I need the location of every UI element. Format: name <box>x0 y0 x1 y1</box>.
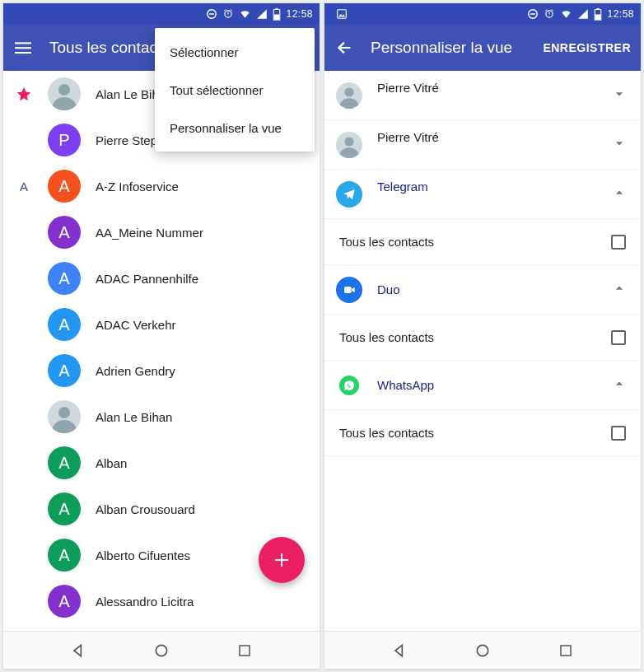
overflow-menu: Sélectionner Tout sélectionner Personnal… <box>155 28 315 152</box>
avatar-photo <box>48 77 81 110</box>
svg-rect-6 <box>15 47 31 49</box>
svg-rect-15 <box>240 646 250 656</box>
contact-name: Alban Crousouard <box>96 502 195 516</box>
menu-select-all[interactable]: Tout sélectionner <box>155 71 315 109</box>
battery-icon <box>273 8 281 21</box>
contact-row[interactable]: A Alex Barcino <box>3 624 320 631</box>
contact-name: Alban <box>96 456 127 470</box>
svg-point-22 <box>344 87 353 96</box>
phone-right: 12:58 Personnaliser la vue ENREGISTRER P… <box>324 3 641 669</box>
group-item[interactable]: Tous les contacts <box>324 410 641 456</box>
contact-name: Alan Le Bihan <box>96 410 172 424</box>
contact-row[interactable]: A Adrien Gendry <box>3 348 320 394</box>
group-header-whatsapp[interactable]: WhatsApp <box>324 361 641 410</box>
account-row[interactable]: Pierre Vitré <box>324 120 641 170</box>
svg-point-23 <box>339 98 359 109</box>
avatar-letter: A <box>48 354 81 387</box>
avatar-letter: A <box>48 539 81 572</box>
account-sub-redacted <box>377 146 501 159</box>
svg-point-27 <box>477 645 488 656</box>
back-arrow-icon[interactable] <box>334 38 354 58</box>
svg-rect-5 <box>15 42 31 44</box>
customize-list: Pierre Vitré Pierre Vitré <box>324 71 641 631</box>
contact-name: ADAC Verkehr <box>96 318 176 332</box>
group-item-label: Tous les contacts <box>339 235 598 249</box>
group-item[interactable]: Tous les contacts <box>324 315 641 361</box>
wifi-icon <box>560 8 572 20</box>
phone-left: 12:58 Tous les contacts Alan Le Bihan P … <box>3 3 320 669</box>
telegram-icon <box>336 181 362 208</box>
group-item[interactable]: Tous les contacts <box>324 219 641 265</box>
group-brand: WhatsApp <box>377 378 596 392</box>
status-bar: 12:58 <box>324 3 641 25</box>
nav-recents-icon[interactable] <box>235 641 254 660</box>
dnd-icon <box>527 8 539 20</box>
svg-rect-13 <box>275 559 288 561</box>
group-header-telegram[interactable]: Telegram <box>324 170 641 219</box>
alarm-icon <box>222 8 234 20</box>
fab-add-contact[interactable] <box>259 537 305 583</box>
account-name: Pierre Vitré <box>377 130 596 144</box>
nav-recents-icon[interactable] <box>556 641 576 660</box>
contact-row[interactable]: A ADAC Verkehr <box>3 301 320 348</box>
chevron-up-icon <box>611 184 628 204</box>
signal-icon <box>577 8 589 20</box>
nav-back-icon[interactable] <box>390 641 409 660</box>
duo-icon <box>336 277 362 303</box>
avatar-letter: A <box>48 585 81 618</box>
contact-row[interactable]: A Alban <box>3 440 320 486</box>
chevron-down-icon <box>611 135 628 155</box>
group-item-label: Tous les contacts <box>339 426 598 440</box>
avatar-letter: A <box>48 216 81 249</box>
checkbox[interactable] <box>611 426 626 441</box>
svg-rect-4 <box>274 14 279 20</box>
svg-point-14 <box>156 645 166 656</box>
checkbox[interactable] <box>611 330 626 345</box>
svg-rect-26 <box>344 287 352 293</box>
nav-home-icon[interactable] <box>473 641 492 660</box>
avatar-photo <box>336 132 362 158</box>
avatar-letter: A <box>48 262 81 295</box>
group-item-label: Tous les contacts <box>339 330 598 344</box>
contact-name: Alessandro Licitra <box>96 595 194 609</box>
group-brand: Duo <box>377 282 596 296</box>
app-bar-customize: Personnaliser la vue ENREGISTRER <box>324 25 641 71</box>
nav-bar <box>3 631 320 669</box>
contact-row[interactable]: A AA_Meine Nummer <box>3 209 320 255</box>
avatar-letter: A <box>48 170 81 203</box>
group-header-duo[interactable]: Duo <box>324 265 641 315</box>
group-sub-redacted <box>377 195 501 208</box>
contact-list: Alan Le Bihan P Pierre Stepich A A A-Z I… <box>3 71 320 631</box>
svg-point-10 <box>58 407 70 418</box>
svg-rect-20 <box>597 8 600 10</box>
alarm-icon <box>544 8 555 20</box>
contact-row[interactable]: A ADAC Pannenhilfe <box>3 255 320 301</box>
svg-rect-7 <box>15 52 31 54</box>
account-row[interactable]: Pierre Vitré <box>324 71 641 120</box>
contact-row[interactable]: A Alessandro Licitra <box>3 578 320 624</box>
contact-row[interactable]: Alan Le Bihan <box>3 394 320 440</box>
chevron-up-icon <box>611 280 628 300</box>
contact-name: A-Z Infoservice <box>96 180 179 194</box>
svg-point-25 <box>339 147 359 158</box>
signal-icon <box>256 8 268 20</box>
menu-customize-view[interactable]: Personnaliser la vue <box>155 109 315 147</box>
save-button[interactable]: ENREGISTRER <box>543 41 631 54</box>
clock: 12:58 <box>286 8 313 20</box>
avatar-letter: A <box>48 492 81 525</box>
svg-point-8 <box>58 84 70 96</box>
avatar-letter: A <box>48 308 81 341</box>
whatsapp-icon <box>339 376 359 395</box>
menu-select[interactable]: Sélectionner <box>155 33 315 71</box>
contact-row[interactable]: A Alban Crousouard <box>3 486 320 532</box>
chevron-up-icon <box>611 376 628 395</box>
avatar-letter: A <box>48 446 81 479</box>
battery-icon <box>594 8 602 21</box>
hamburger-icon[interactable] <box>13 38 33 58</box>
page-title: Personnaliser la vue <box>371 39 526 57</box>
status-bar: 12:58 <box>3 3 320 25</box>
nav-home-icon[interactable] <box>152 641 171 660</box>
checkbox[interactable] <box>611 235 626 250</box>
contact-row[interactable]: A A A-Z Infoservice <box>3 163 320 209</box>
nav-back-icon[interactable] <box>68 641 88 660</box>
